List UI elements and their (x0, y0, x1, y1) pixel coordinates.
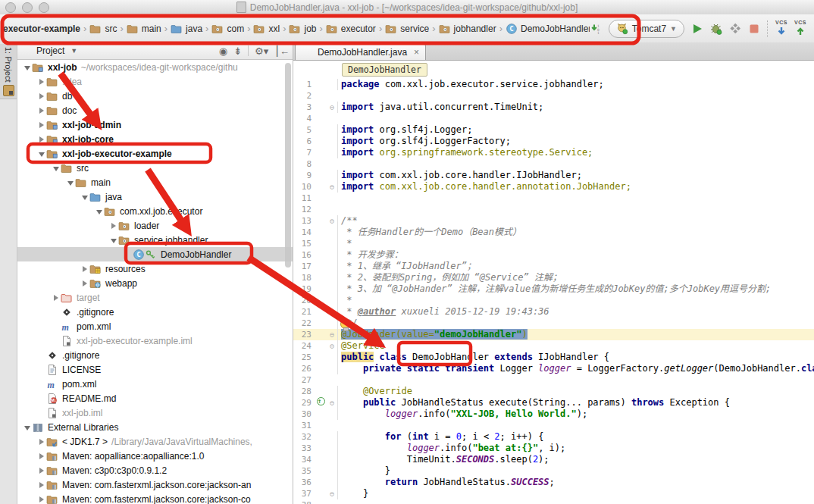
project-tool-window-button[interactable]: 1: Project (0, 44, 17, 99)
debug-button[interactable] (710, 23, 722, 35)
line-number: 23 (293, 329, 315, 340)
tree-item-xxl-job-executor-example[interactable]: xxl-job-executor-example (17, 146, 293, 161)
tree-item-src[interactable]: src (17, 161, 293, 175)
close-tab-icon[interactable]: × (414, 47, 419, 58)
tree-item-maven-c3p0-c3p0-0.9.1.2[interactable]: Maven: c3p0:c3p0:0.9.1.2 (17, 463, 293, 477)
tree-item--jdk1.7-[interactable]: < JDK1.7 >/Library/Java/JavaVirtualMachi… (17, 434, 293, 449)
tree-item-label: src (77, 163, 89, 174)
line-number: 38 (293, 499, 315, 504)
tree-item-main[interactable]: main (17, 175, 293, 189)
hide-icon[interactable]: ⎮← (274, 46, 290, 56)
tree-item-webapp[interactable]: webapp (17, 276, 293, 290)
coverage-button[interactable] (729, 23, 741, 35)
tree-item-maven-com.fasterxml.jackson.core-jackson-an[interactable]: Maven: com.fasterxml.jackson.core:jackso… (17, 477, 293, 492)
tree-item-label: webapp (105, 278, 137, 289)
code-text: public class DemoJobHandler extends IJob… (337, 352, 814, 363)
code-editor[interactable]: 1package com.xxl.job.executor.service.jo… (293, 79, 814, 504)
fold-region-icon[interactable]: ⊖ (327, 397, 337, 409)
stop-button[interactable] (748, 23, 760, 35)
tree-item-resources[interactable]: resources (17, 261, 293, 276)
svg-text:m: m (62, 321, 69, 332)
chevron-down-icon: ▼ (670, 25, 677, 33)
breadcrumb-item-com[interactable]: com (211, 21, 245, 36)
tree-item-pom.xml[interactable]: mpom.xml (17, 377, 293, 391)
module-icon (46, 133, 58, 146)
vcs-commit-button[interactable]: VCS (794, 20, 806, 37)
fold-region-icon[interactable]: ⊖ (327, 215, 337, 227)
breadcrumb-item-jobhandler[interactable]: jobhandler (438, 21, 497, 36)
tree-item-label: Maven: aopalliance:aopalliance:1.0 (62, 451, 204, 462)
intention-bulb-icon[interactable] (340, 319, 350, 329)
editor-area: DemoJobHandler.java × DemoJobHandler 1pa… (293, 42, 814, 504)
tree-item-maven-com.fasterxml.jackson.core-jackson-co[interactable]: Maven: com.fasterxml.jackson.core:jackso… (17, 492, 293, 504)
tree-item-loader[interactable]: loader (17, 218, 293, 233)
tree-item-label: doc (62, 105, 77, 116)
code-text: /** (337, 215, 814, 227)
code-line-35: 35 } (293, 465, 814, 477)
run-config-button[interactable]: Tomcat7▼ (609, 20, 684, 38)
tree-item-readme.md[interactable]: M↓README.md (17, 391, 293, 405)
editor-tab-demojobhandler[interactable]: DemoJobHandler.java × (295, 43, 426, 60)
tree-item-label: DemoJobHandler (161, 249, 231, 260)
fold-region-icon[interactable]: ⊖ (327, 340, 337, 352)
breadcrumb-item-demojobhandler[interactable]: CDemoJobHandler (505, 21, 590, 36)
tree-item-xxl-job[interactable]: xxl-job~/workspaces/idea-git-workspace/g… (17, 60, 293, 74)
fold-region-icon[interactable]: ⊖ (327, 329, 337, 340)
breadcrumb-item-main[interactable]: main (126, 21, 162, 36)
package-icon (118, 220, 130, 232)
run-config-label: Tomcat7 (632, 23, 666, 34)
project-view-selector[interactable]: Project ▼ (20, 45, 77, 57)
tree-item-service.jobhandler[interactable]: service.jobhandler (17, 233, 293, 247)
fold-region-icon[interactable]: ⊖ (327, 181, 337, 193)
breadcrumb-item-job[interactable]: job (288, 21, 317, 36)
tree-item-xxl-job-core[interactable]: xxl-job-core (17, 132, 293, 146)
breadcrumb-item-executor-example[interactable]: executor-example (2, 22, 81, 36)
fold-end-icon[interactable]: ⊖ (327, 488, 337, 499)
tree-item-xxl-job.iml[interactable]: xxl-job.iml (17, 405, 293, 420)
close-window-button[interactable] (5, 2, 16, 13)
code-line-16: 16 * 开发步骤： (293, 249, 814, 261)
minimize-window-button[interactable] (22, 2, 33, 13)
compile-button[interactable]: 101 (590, 23, 602, 35)
tree-item-java[interactable]: java (17, 189, 293, 204)
vcs-update-button[interactable]: VCS (775, 20, 787, 37)
line-number: 2 (293, 90, 315, 102)
tree-item-db[interactable]: db (17, 89, 293, 103)
breadcrumb-item-xxl[interactable]: xxl (252, 21, 280, 36)
svg-text:C: C (136, 251, 140, 258)
zoom-window-button[interactable] (39, 2, 49, 13)
tree-item-com.xxl.job.executor[interactable]: com.xxl.job.executor (17, 204, 293, 218)
line-number: 17 (293, 261, 315, 272)
tree-item-target[interactable]: target (17, 290, 293, 305)
tree-item-xxl-job-executor-example.iml[interactable]: xxl-job-executor-example.iml (17, 333, 293, 348)
breadcrumb-item-service[interactable]: service (384, 21, 430, 36)
breadcrumb-item-java[interactable]: java (170, 21, 203, 36)
tree-item-pom.xml[interactable]: mpom.xml (17, 319, 293, 333)
breadcrumb-label: src (105, 23, 117, 34)
tree-item-doc[interactable]: doc (17, 103, 293, 117)
tree-item-demojobhandler[interactable]: CDemoJobHandler (17, 247, 293, 261)
code-line-28: 28 @Override (293, 386, 814, 397)
tree-item-.gitignore[interactable]: .gitignore (17, 305, 293, 319)
settings-icon[interactable]: ⚙▾ (255, 46, 268, 56)
tree-scrollbar[interactable] (285, 63, 291, 268)
tree-item-label: db (62, 91, 72, 102)
overriding-method-icon[interactable] (315, 397, 327, 409)
tree-item-path: /Library/Java/JavaVirtualMachines, (111, 437, 252, 447)
run-button[interactable] (691, 23, 703, 35)
tree-item-.idea[interactable]: .idea (17, 74, 293, 89)
breadcrumb-item-executor[interactable]: executor (325, 21, 377, 36)
class-breadcrumb-chip[interactable]: DemoJobHandler (342, 63, 427, 77)
tree-item-external-libraries[interactable]: External Libraries (17, 420, 293, 434)
locate-icon[interactable]: ◉ (219, 46, 227, 56)
collapse-all-icon[interactable]: ⇟ (233, 46, 242, 56)
code-text: * (337, 295, 814, 306)
tree-item-xxl-job-admin[interactable]: xxl-job-admin (17, 117, 293, 132)
fold-region-icon[interactable]: ⊖ (327, 102, 337, 113)
window-title: DemoJobHandler.java - xxl-job - [~/works… (250, 2, 578, 13)
tree-item-license[interactable]: LICENSE (17, 362, 293, 377)
tree-item-.gitignore[interactable]: .gitignore (17, 348, 293, 362)
breadcrumb-item-src[interactable]: src (89, 21, 117, 36)
maven-icon: m (61, 321, 73, 333)
tree-item-maven-aopalliance-aopalliance-1.0[interactable]: Maven: aopalliance:aopalliance:1.0 (17, 449, 293, 463)
